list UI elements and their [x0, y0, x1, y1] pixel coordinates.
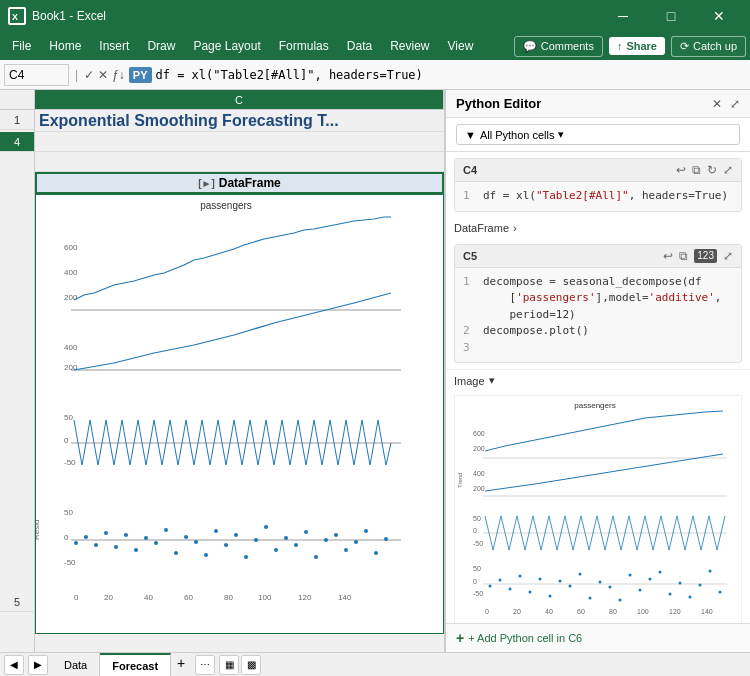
run-counter: 123 — [694, 249, 717, 263]
fx-icon[interactable]: ƒ↓ — [112, 68, 125, 82]
svg-text:120: 120 — [298, 593, 312, 602]
svg-point-51 — [374, 551, 378, 555]
copy-icon-c5[interactable]: ⧉ — [679, 249, 688, 263]
svg-text:200: 200 — [64, 293, 78, 302]
sheet-tab-forecast[interactable]: Forecast — [100, 653, 171, 676]
share-icon: ↑ — [617, 40, 623, 52]
svg-text:50: 50 — [64, 413, 73, 422]
expand-icon-c5[interactable]: ⤢ — [723, 249, 733, 263]
svg-text:Trend: Trend — [457, 473, 463, 488]
svg-point-21 — [74, 541, 78, 545]
catchup-button[interactable]: ⟳ Catch up — [671, 36, 746, 57]
svg-point-84 — [559, 580, 562, 583]
title-cell[interactable]: Exponential Smoothing Forecasting T... — [35, 110, 444, 131]
svg-point-38 — [244, 555, 248, 559]
python-editor-panel: Python Editor ✕ ⤢ ▼ All Python cells ▾ C… — [445, 90, 750, 652]
svg-text:60: 60 — [184, 593, 193, 602]
undo-icon[interactable]: ↩ — [676, 163, 686, 177]
svg-text:20: 20 — [104, 593, 113, 602]
undo-icon-c5[interactable]: ↩ — [663, 249, 673, 263]
svg-text:100: 100 — [258, 593, 272, 602]
svg-text:200: 200 — [473, 445, 485, 452]
share-button[interactable]: ↑ Share — [609, 37, 665, 55]
catchup-icon: ⟳ — [680, 40, 689, 53]
menu-insert[interactable]: Insert — [91, 36, 137, 56]
run-icon[interactable]: ↻ — [707, 163, 717, 177]
menu-data[interactable]: Data — [339, 36, 380, 56]
svg-point-83 — [549, 595, 552, 598]
svg-point-47 — [334, 533, 338, 537]
svg-text:200: 200 — [64, 363, 78, 372]
cell-reference-box[interactable]: C4 — [4, 64, 69, 86]
menu-home[interactable]: Home — [41, 36, 89, 56]
page-layout-button[interactable]: ▩ — [241, 655, 261, 675]
copy-icon[interactable]: ⧉ — [692, 163, 701, 177]
formula-bar: C4 | ✓ ✕ ƒ↓ PY df = xl("Table2[#All]", h… — [0, 60, 750, 90]
add-python-cell-bar[interactable]: + + Add Python cell in C6 — [446, 623, 750, 652]
panel-close-icon[interactable]: ✕ — [712, 97, 722, 111]
mini-decompose-chart: passengers 600 200 Trend 400 200 50 0 -5… — [455, 396, 735, 623]
svg-text:120: 120 — [669, 608, 681, 615]
add-sheet-button[interactable]: + — [171, 653, 191, 673]
menu-bar: File Home Insert Draw Page Layout Formul… — [0, 32, 750, 60]
maximize-button[interactable]: □ — [648, 0, 694, 32]
svg-point-100 — [719, 591, 722, 594]
col-header-c[interactable]: C — [35, 90, 444, 109]
panel-scroll[interactable]: C4 ↩ ⧉ ↻ ⤢ 1 df = xl("Table2[#All]", hea… — [446, 152, 750, 623]
svg-text:140: 140 — [701, 608, 713, 615]
minimize-button[interactable]: ─ — [600, 0, 646, 32]
svg-point-28 — [144, 536, 148, 540]
all-python-cells-button[interactable]: ▼ All Python cells ▾ — [456, 124, 740, 145]
svg-point-36 — [224, 543, 228, 547]
menu-file[interactable]: File — [4, 36, 39, 56]
svg-point-86 — [579, 573, 582, 576]
filter-icon: ▼ — [465, 129, 476, 141]
svg-point-22 — [84, 535, 88, 539]
title-bar-left: X Book1 - Excel — [8, 7, 106, 25]
main-area: C 1 4 5 Expo — [0, 90, 750, 652]
svg-point-93 — [649, 578, 652, 581]
formula-input[interactable]: df = xl("Table2[#All]", headers=True) — [156, 68, 747, 82]
close-button[interactable]: ✕ — [696, 0, 742, 32]
plus-icon: + — [456, 630, 464, 646]
decompose-chart: passengers 600 400 200 Trend 400 200 — [36, 195, 416, 625]
svg-text:0: 0 — [74, 593, 79, 602]
normal-view-button[interactable]: ▦ — [219, 655, 239, 675]
svg-text:-50: -50 — [64, 558, 76, 567]
svg-point-40 — [264, 525, 268, 529]
cell-ref-c5: C5 — [463, 250, 477, 262]
svg-point-48 — [344, 548, 348, 552]
svg-text:600: 600 — [64, 243, 78, 252]
svg-text:0: 0 — [473, 578, 477, 585]
output-image-label[interactable]: Image ▾ — [446, 369, 750, 391]
svg-point-90 — [619, 599, 622, 602]
expand-icon[interactable]: ⤢ — [723, 163, 733, 177]
menu-review[interactable]: Review — [382, 36, 437, 56]
cross-icon[interactable]: ✕ — [98, 68, 108, 82]
svg-point-88 — [599, 581, 602, 584]
menu-formulas[interactable]: Formulas — [271, 36, 337, 56]
output-dataframe-label[interactable]: DataFrame › — [446, 218, 750, 238]
menu-view[interactable]: View — [440, 36, 482, 56]
tab-bar: ◀ ▶ Data Forecast + ⋯ ▦ ▩ — [0, 652, 750, 676]
svg-point-27 — [134, 548, 138, 552]
svg-point-52 — [384, 537, 388, 541]
svg-point-81 — [529, 591, 532, 594]
svg-text:passengers: passengers — [200, 200, 252, 211]
menu-draw[interactable]: Draw — [139, 36, 183, 56]
menu-page-layout[interactable]: Page Layout — [185, 36, 268, 56]
comments-button[interactable]: 💬 Comments — [514, 36, 603, 57]
check-icon[interactable]: ✓ — [84, 68, 94, 82]
tab-prev-button[interactable]: ◀ — [4, 655, 24, 675]
sheet-tab-data[interactable]: Data — [52, 653, 100, 676]
row-4[interactable]: [►] DataFrame — [35, 172, 444, 194]
svg-text:0: 0 — [64, 533, 69, 542]
svg-point-46 — [324, 538, 328, 542]
panel-expand-icon[interactable]: ⤢ — [730, 97, 740, 111]
tab-next-button[interactable]: ▶ — [28, 655, 48, 675]
sheet-options-button[interactable]: ⋯ — [195, 655, 215, 675]
code-content-c4: 1 df = xl("Table2[#All]", headers=True) — [455, 182, 741, 211]
code-line-c5-2: ['passengers'],model='additive', — [463, 290, 733, 307]
svg-point-82 — [539, 578, 542, 581]
python-badge: PY — [129, 67, 152, 83]
